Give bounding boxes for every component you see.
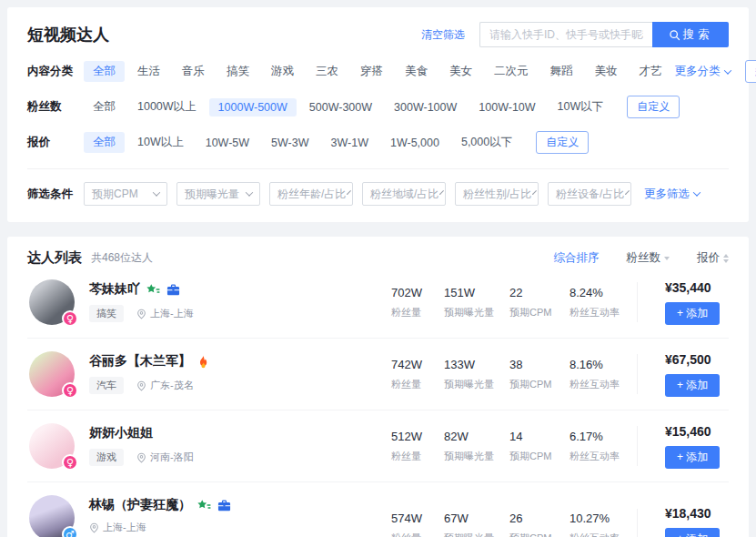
stat-cpm-value: 38	[509, 358, 570, 371]
filter-option[interactable]: 全部	[84, 61, 125, 82]
search-input[interactable]	[479, 22, 652, 47]
condition-select[interactable]: 粉丝性别/占比	[455, 182, 539, 206]
avatar[interactable]: ♀	[29, 423, 75, 469]
location-text: 广东-茂名	[150, 379, 194, 392]
condition-select-label: 粉丝设备/占比	[556, 187, 624, 202]
influencer-name[interactable]: 妍妍小姐姐	[89, 425, 153, 441]
gender-badge: ♀	[62, 382, 78, 399]
condition-select[interactable]: 预期CPM	[84, 182, 167, 206]
more-categories-link[interactable]: 更多分类	[675, 64, 731, 79]
sort-option[interactable]: 综合排序	[554, 250, 600, 266]
influencer-list-panel: 达人列表 共468位达人 综合排序粉丝数报价 ♀ 芩妹妹吖	[7, 237, 749, 537]
influencer-info: 芩妹妹吖	[89, 279, 194, 322]
followers-custom-button[interactable]: 自定义	[627, 96, 680, 118]
filter-panel: 短视频达人 清空筛选 搜索 内容分类 全部生活音乐搞笑游戏三农穿搭美食美	[7, 7, 749, 222]
chevron-down-icon	[347, 190, 351, 195]
filter-option[interactable]: 全部	[84, 132, 125, 153]
stat-cpm: 26 预期CPM	[509, 512, 570, 537]
filter-row-price: 报价 全部10W以上10W-5W5W-3W3W-1W1W-5,0005,000以…	[27, 131, 729, 154]
filter-option[interactable]: 穿搭	[351, 61, 392, 82]
name-line: 芩妹妹吖	[89, 281, 194, 298]
avatar[interactable]: ♀	[29, 351, 75, 397]
stat-exposure-value: 67W	[444, 512, 509, 525]
stat-exposure-value: 151W	[444, 286, 509, 299]
location-text: 上海-上海	[150, 307, 194, 320]
influencer-name[interactable]: 谷丽多【木兰军】	[89, 353, 191, 370]
more-filters-link[interactable]: 更多筛选	[644, 187, 700, 202]
influencer-main: ♀ 谷丽多【木兰军】	[27, 351, 391, 397]
filter-option[interactable]: 1W-5,000	[381, 134, 449, 152]
filter-option[interactable]: 500W-300W	[300, 98, 381, 117]
multi-select-button[interactable]: 多选	[745, 60, 756, 83]
stat-exposure: 67W 预期曝光量	[444, 512, 509, 537]
filter-option[interactable]: 音乐	[173, 61, 214, 82]
page-title: 短视频达人	[27, 24, 109, 46]
filter-option[interactable]: 二次元	[485, 61, 538, 82]
filter-option[interactable]: 5W-3W	[262, 134, 318, 152]
filter-option[interactable]: 美妆	[586, 61, 627, 82]
filter-option[interactable]: 生活	[128, 61, 169, 82]
influencer-name[interactable]: 芩妹妹吖	[89, 281, 140, 298]
filter-divider	[27, 168, 729, 169]
filter-label-conditions: 筛选条件	[27, 187, 84, 202]
influencer-main: ♀ 芩妹妹吖	[27, 279, 391, 325]
business-briefcase-icon	[166, 283, 180, 297]
meta-line: 上海-上海	[89, 521, 231, 534]
condition-select[interactable]: 预期曝光量	[176, 182, 260, 206]
condition-select[interactable]: 粉丝设备/占比	[548, 182, 631, 206]
category-tag: 搞笑	[89, 305, 124, 322]
add-button[interactable]: + 添加	[665, 446, 720, 469]
sort-option[interactable]: 粉丝数	[627, 250, 670, 266]
gender-badge: ♀	[62, 310, 78, 327]
clear-filters-link[interactable]: 清空筛选	[421, 27, 465, 43]
category-tag: 游戏	[89, 449, 124, 466]
search-area: 清空筛选 搜索	[421, 22, 729, 47]
search-button[interactable]: 搜索	[652, 22, 729, 47]
filter-option[interactable]: 舞蹈	[541, 61, 582, 82]
filter-option[interactable]: 美女	[440, 61, 481, 82]
influencer-name[interactable]: 林锡（护妻狂魔）	[89, 497, 191, 513]
filter-option[interactable]: 游戏	[262, 61, 303, 82]
filter-option[interactable]: 10W以下	[549, 96, 613, 117]
add-button[interactable]: + 添加	[665, 302, 720, 325]
influencer-info: 林锡（护妻狂魔）	[89, 495, 231, 537]
filter-option[interactable]: 10W-5W	[197, 134, 258, 152]
price-custom-button[interactable]: 自定义	[536, 131, 589, 154]
filter-row-category: 内容分类 全部生活音乐搞笑游戏三农穿搭美食美女二次元舞蹈美妆才艺 更多分类 多选	[27, 60, 729, 83]
avatar[interactable]: ♂	[29, 495, 75, 537]
filter-option[interactable]: 美食	[396, 61, 437, 82]
filter-option[interactable]: 1000W-500W	[209, 98, 297, 117]
sort-option[interactable]: 报价	[697, 250, 729, 266]
sort-option-label: 综合排序	[554, 250, 600, 266]
condition-select[interactable]: 粉丝地域/占比	[362, 182, 446, 206]
price-value: ¥18,430	[665, 506, 729, 521]
condition-select-label: 粉丝地域/占比	[370, 187, 438, 202]
filter-option[interactable]: 300W-100W	[385, 98, 466, 117]
filter-option[interactable]: 才艺	[630, 61, 671, 82]
location: 上海-上海	[136, 307, 194, 320]
add-button[interactable]: + 添加	[665, 528, 720, 537]
stat-exposure-label: 预期曝光量	[444, 532, 509, 537]
avatar[interactable]: ♀	[29, 279, 75, 325]
influencer-main: ♂ 林锡（护妻狂魔）	[27, 495, 391, 537]
stat-fans-value: 702W	[391, 286, 444, 299]
filter-option[interactable]: 三农	[307, 61, 348, 82]
filter-option[interactable]: 5,000以下	[452, 132, 521, 153]
filter-option[interactable]: 搞笑	[217, 61, 258, 82]
chevron-down-icon	[723, 66, 731, 74]
gender-badge: ♂	[62, 526, 78, 537]
stat-exposure: 133W 预期曝光量	[444, 358, 509, 391]
filter-option[interactable]: 100W-10W	[469, 98, 544, 117]
sort-group: 综合排序粉丝数报价	[554, 250, 730, 266]
creator-star-icon	[197, 499, 211, 512]
filter-option[interactable]: 1000W以上	[128, 96, 206, 117]
filter-option[interactable]: 10W以上	[128, 132, 193, 153]
stat-engagement: 8.16% 粉丝互动率	[570, 358, 637, 391]
filter-option[interactable]: 3W-1W	[322, 134, 378, 152]
chevron-down-icon	[246, 188, 253, 196]
location-pin-icon	[136, 452, 146, 463]
location-pin-icon	[136, 309, 146, 319]
filter-option[interactable]: 全部	[84, 96, 125, 117]
add-button[interactable]: + 添加	[665, 374, 720, 397]
condition-select[interactable]: 粉丝年龄/占比	[269, 182, 353, 206]
